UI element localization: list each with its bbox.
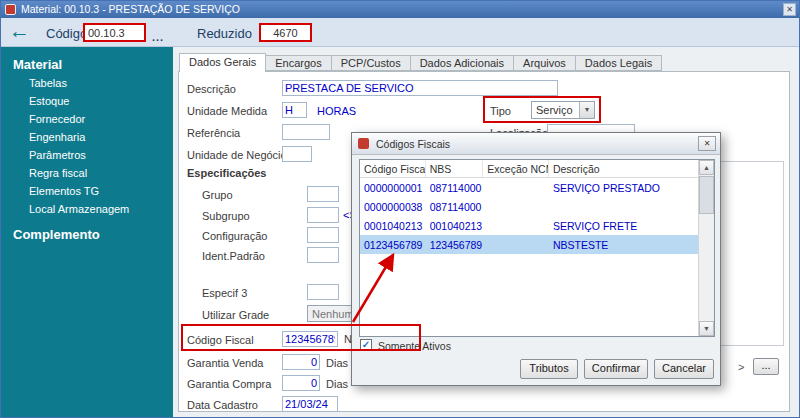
cell-descricao: SERVIÇO FRETE <box>549 216 698 235</box>
cell-descricao: SERVIÇO PRESTADO <box>549 178 698 197</box>
table-row[interactable]: 0000000038 087114000 <box>360 197 698 216</box>
sidebar-section-complemento[interactable]: Complemento <box>13 227 100 242</box>
tab-dados-gerais[interactable]: Dados Gerais <box>179 53 266 72</box>
cell-codigo: 0000000038 <box>360 197 426 216</box>
cell-descricao: NBSTESTE <box>549 235 698 254</box>
confirmar-button[interactable]: Confirmar <box>584 359 648 379</box>
back-arrow-icon[interactable]: ← <box>9 19 30 43</box>
cell-nbs: 087114000 <box>426 197 484 216</box>
column-header-descricao[interactable]: Descrição <box>549 160 698 177</box>
unidade-negocio-label: Unidade de Negócio <box>187 149 287 161</box>
sidebar-item-parametros[interactable]: Parâmetros <box>29 149 86 161</box>
configuracao-input[interactable] <box>307 227 339 243</box>
subgrupo-input[interactable] <box>307 207 339 223</box>
cell-nbs: 087114000 <box>426 178 484 197</box>
app-icon <box>5 4 16 15</box>
tab-strip: Dados Gerais Encargos PCP/Custos Dados A… <box>179 53 662 72</box>
garantia-venda-unit: Dias <box>326 357 348 369</box>
grupo-input[interactable] <box>307 186 339 202</box>
tipo-select[interactable]: Serviço ▾ <box>531 101 595 119</box>
ident-padrao-input[interactable] <box>307 247 339 263</box>
vertical-scrollbar[interactable]: ▲ ▼ <box>698 160 714 336</box>
cell-excecao <box>483 197 549 216</box>
scroll-up-icon[interactable]: ▲ <box>699 160 714 175</box>
codigo-input[interactable] <box>83 23 146 42</box>
sidebar-item-tabelas[interactable]: Tabelas <box>29 77 67 89</box>
garantia-venda-input[interactable] <box>282 354 320 370</box>
more-ellipsis-button[interactable]: ... <box>753 358 779 375</box>
tipo-label: Tipo <box>490 105 511 117</box>
cell-nbs: 123456789 <box>426 235 484 254</box>
data-cadastro-input[interactable] <box>282 396 338 412</box>
codigos-fiscais-dialog: Códigos Fiscais ✕ Código Fiscal NBS Exce… <box>351 132 721 386</box>
sidebar-item-regra-fiscal[interactable]: Regra fiscal <box>29 167 87 179</box>
chevron-right-icon[interactable]: > <box>738 361 744 373</box>
sidebar-item-estoque[interactable]: Estoque <box>29 95 69 107</box>
cell-excecao <box>483 178 549 197</box>
dialog-titlebar[interactable]: Códigos Fiscais ✕ <box>352 133 720 155</box>
column-header-codigo-fiscal[interactable]: Código Fiscal <box>360 160 426 177</box>
tab-encargos[interactable]: Encargos <box>266 55 331 71</box>
cell-codigo: 0000000001 <box>360 178 426 197</box>
dialog-close-icon[interactable]: ✕ <box>698 136 716 151</box>
material-window: Material: 00.10.3 - PRESTAÇÃO DE SERVIÇO… <box>0 0 800 418</box>
utilizar-grade-label: Utilizar Grade <box>202 309 269 321</box>
cell-nbs: 001040213 <box>426 216 484 235</box>
descricao-input[interactable] <box>282 80 558 96</box>
sidebar-item-elementos-tg[interactable]: Elementos TG <box>29 185 99 197</box>
referencia-input[interactable] <box>282 124 330 140</box>
sidebar-item-local-armazenagem[interactable]: Local Armazenagem <box>29 203 129 215</box>
especif3-label: Especif 3 <box>202 287 247 299</box>
header-bar: ← Código ... Reduzido <box>1 18 799 47</box>
cell-codigo: 0001040213 <box>360 216 426 235</box>
configuracao-label: Configuração <box>202 230 267 242</box>
table-header-row: Código Fiscal NBS Exceção NCM Descrição <box>360 160 698 178</box>
somente-ativos-checkbox[interactable]: ✓ <box>360 339 372 351</box>
garantia-compra-input[interactable] <box>282 375 320 391</box>
column-header-nbs[interactable]: NBS <box>426 160 484 177</box>
codigo-fiscal-input[interactable] <box>282 331 338 347</box>
sidebar-section-material[interactable]: Material <box>13 57 62 72</box>
column-header-excecao-ncm[interactable]: Exceção NCM <box>483 160 549 177</box>
scrollbar-thumb[interactable] <box>699 176 714 214</box>
cancelar-button[interactable]: Cancelar <box>654 359 714 379</box>
scroll-down-icon[interactable]: ▼ <box>699 321 714 336</box>
tipo-selected-value: Serviço <box>532 102 579 118</box>
dialog-title: Códigos Fiscais <box>376 138 450 150</box>
garantia-venda-label: Garantia Venda <box>187 357 263 369</box>
close-icon[interactable]: ✕ <box>783 3 796 16</box>
garantia-compra-unit: Dias <box>326 378 348 390</box>
somente-ativos-label: Somente Ativos <box>378 340 451 352</box>
unidade-negocio-input[interactable] <box>282 146 312 162</box>
descricao-label: Descrição <box>187 83 236 95</box>
codigo-fiscal-label: Código Fiscal <box>187 334 254 346</box>
reduzido-label: Reduzido <box>197 26 252 41</box>
tab-pcp-custos[interactable]: PCP/Custos <box>332 55 411 71</box>
unidade-medida-input[interactable] <box>282 102 307 118</box>
tab-arquivos[interactable]: Arquivos <box>514 55 576 71</box>
garantia-compra-label: Garantia Compra <box>187 378 271 390</box>
tab-dados-adicionais[interactable]: Dados Adicionais <box>411 55 514 71</box>
dialog-icon <box>358 138 369 149</box>
unidade-medida-desc: HORAS <box>317 105 356 117</box>
especif3-input[interactable] <box>307 284 339 300</box>
table-row[interactable]: 0000000001 087114000 SERVIÇO PRESTADO <box>360 178 698 197</box>
referencia-label: Referência <box>187 127 240 139</box>
cell-excecao <box>483 235 549 254</box>
table-row[interactable]: 0001040213 001040213 SERVIÇO FRETE <box>360 216 698 235</box>
cell-excecao <box>483 216 549 235</box>
reduzido-input[interactable] <box>259 23 312 42</box>
chevron-down-icon[interactable]: ▾ <box>579 102 594 118</box>
lookup-ellipsis-button[interactable]: ... <box>152 31 164 43</box>
unidade-medida-label: Unidade Medida <box>187 105 267 117</box>
sidebar: Material Tabelas Estoque Fornecedor Enge… <box>1 47 173 417</box>
tab-dados-legais[interactable]: Dados Legais <box>576 55 662 71</box>
window-title: Material: 00.10.3 - PRESTAÇÃO DE SERVIÇO <box>21 3 240 15</box>
codigo-label: Código <box>46 26 87 41</box>
tributos-button[interactable]: Tributos <box>520 359 578 379</box>
table-row-selected[interactable]: 0123456789 123456789 NBSTESTE <box>360 235 698 254</box>
ident-padrao-label: Ident.Padrão <box>202 250 265 262</box>
sidebar-item-fornecedor[interactable]: Fornecedor <box>29 113 85 125</box>
data-cadastro-label: Data Cadastro <box>187 399 258 411</box>
sidebar-item-engenharia[interactable]: Engenharia <box>29 131 85 143</box>
